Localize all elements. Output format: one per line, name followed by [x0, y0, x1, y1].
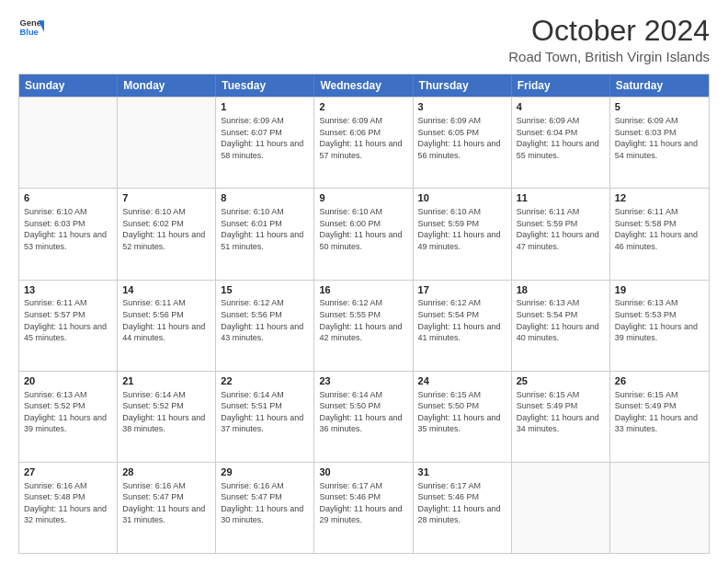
- day-cell-23: 23Sunrise: 6:14 AM Sunset: 5:50 PM Dayli…: [314, 372, 413, 462]
- day-number: 19: [615, 283, 704, 297]
- day-number: 6: [24, 191, 112, 205]
- day-cell-9: 9Sunrise: 6:10 AM Sunset: 6:00 PM Daylig…: [314, 189, 413, 279]
- header-day-thursday: Thursday: [414, 75, 512, 97]
- cell-info: Sunrise: 6:11 AM Sunset: 5:58 PM Dayligh…: [615, 206, 704, 252]
- day-number: 7: [122, 191, 210, 205]
- day-cell-7: 7Sunrise: 6:10 AM Sunset: 6:02 PM Daylig…: [118, 189, 216, 279]
- day-number: 1: [221, 100, 309, 114]
- cell-info: Sunrise: 6:09 AM Sunset: 6:07 PM Dayligh…: [221, 115, 309, 161]
- day-number: 20: [24, 374, 112, 388]
- day-number: 22: [221, 374, 309, 388]
- day-number: 25: [517, 374, 605, 388]
- day-cell-26: 26Sunrise: 6:15 AM Sunset: 5:49 PM Dayli…: [610, 372, 709, 462]
- day-cell-27: 27Sunrise: 6:16 AM Sunset: 5:48 PM Dayli…: [19, 463, 118, 553]
- day-cell-24: 24Sunrise: 6:15 AM Sunset: 5:50 PM Dayli…: [414, 372, 512, 462]
- cell-info: Sunrise: 6:14 AM Sunset: 5:52 PM Dayligh…: [122, 389, 210, 435]
- day-number: 3: [418, 100, 506, 114]
- cell-info: Sunrise: 6:10 AM Sunset: 5:59 PM Dayligh…: [418, 206, 506, 252]
- day-number: 10: [418, 191, 506, 205]
- day-number: 28: [122, 465, 210, 479]
- calendar-body: 1Sunrise: 6:09 AM Sunset: 6:07 PM Daylig…: [19, 97, 709, 553]
- header-day-monday: Monday: [118, 75, 216, 97]
- day-cell-30: 30Sunrise: 6:17 AM Sunset: 5:46 PM Dayli…: [314, 463, 413, 553]
- day-number: 23: [319, 374, 407, 388]
- day-cell-6: 6Sunrise: 6:10 AM Sunset: 6:03 PM Daylig…: [19, 189, 118, 279]
- day-number: 29: [221, 465, 309, 479]
- cell-info: Sunrise: 6:10 AM Sunset: 6:00 PM Dayligh…: [319, 206, 407, 252]
- day-number: 2: [319, 100, 407, 114]
- day-number: 9: [319, 191, 407, 205]
- cell-info: Sunrise: 6:13 AM Sunset: 5:52 PM Dayligh…: [24, 389, 112, 435]
- logo: General Blue: [18, 15, 44, 40]
- day-number: 4: [517, 100, 605, 114]
- day-cell-14: 14Sunrise: 6:11 AM Sunset: 5:56 PM Dayli…: [118, 281, 216, 371]
- svg-text:Blue: Blue: [20, 28, 39, 37]
- day-number: 27: [24, 465, 112, 479]
- day-number: 21: [122, 374, 210, 388]
- day-number: 26: [615, 374, 704, 388]
- day-cell-31: 31Sunrise: 6:17 AM Sunset: 5:46 PM Dayli…: [414, 463, 512, 553]
- cell-info: Sunrise: 6:15 AM Sunset: 5:49 PM Dayligh…: [615, 389, 704, 435]
- day-number: 5: [615, 100, 704, 114]
- day-cell-8: 8Sunrise: 6:10 AM Sunset: 6:01 PM Daylig…: [216, 189, 314, 279]
- cell-info: Sunrise: 6:16 AM Sunset: 5:48 PM Dayligh…: [24, 480, 112, 526]
- cell-info: Sunrise: 6:15 AM Sunset: 5:49 PM Dayligh…: [517, 389, 605, 435]
- calendar-row-3: 13Sunrise: 6:11 AM Sunset: 5:57 PM Dayli…: [19, 280, 709, 371]
- cell-info: Sunrise: 6:15 AM Sunset: 5:50 PM Dayligh…: [418, 389, 506, 435]
- day-cell-16: 16Sunrise: 6:12 AM Sunset: 5:55 PM Dayli…: [314, 281, 413, 371]
- day-cell-21: 21Sunrise: 6:14 AM Sunset: 5:52 PM Dayli…: [118, 372, 216, 462]
- cell-info: Sunrise: 6:11 AM Sunset: 5:57 PM Dayligh…: [24, 297, 112, 343]
- day-cell-25: 25Sunrise: 6:15 AM Sunset: 5:49 PM Dayli…: [512, 372, 610, 462]
- day-cell-1: 1Sunrise: 6:09 AM Sunset: 6:07 PM Daylig…: [216, 98, 314, 188]
- cell-info: Sunrise: 6:09 AM Sunset: 6:05 PM Dayligh…: [418, 115, 506, 161]
- subtitle: Road Town, British Virgin Islands: [508, 49, 710, 64]
- day-number: 16: [319, 283, 407, 297]
- header-day-wednesday: Wednesday: [314, 75, 413, 97]
- day-cell-29: 29Sunrise: 6:16 AM Sunset: 5:47 PM Dayli…: [216, 463, 314, 553]
- day-cell-15: 15Sunrise: 6:12 AM Sunset: 5:56 PM Dayli…: [216, 281, 314, 371]
- empty-cell: [118, 98, 216, 188]
- day-number: 11: [517, 191, 605, 205]
- cell-info: Sunrise: 6:11 AM Sunset: 5:59 PM Dayligh…: [517, 206, 605, 252]
- cell-info: Sunrise: 6:14 AM Sunset: 5:50 PM Dayligh…: [319, 389, 407, 435]
- header-day-tuesday: Tuesday: [216, 75, 314, 97]
- day-number: 18: [517, 283, 605, 297]
- day-number: 8: [221, 191, 309, 205]
- empty-cell: [19, 98, 118, 188]
- empty-cell: [512, 463, 610, 553]
- day-cell-2: 2Sunrise: 6:09 AM Sunset: 6:06 PM Daylig…: [314, 98, 413, 188]
- day-number: 17: [418, 283, 506, 297]
- cell-info: Sunrise: 6:12 AM Sunset: 5:54 PM Dayligh…: [418, 297, 506, 343]
- day-cell-4: 4Sunrise: 6:09 AM Sunset: 6:04 PM Daylig…: [512, 98, 610, 188]
- header-day-saturday: Saturday: [610, 75, 709, 97]
- day-cell-28: 28Sunrise: 6:16 AM Sunset: 5:47 PM Dayli…: [118, 463, 216, 553]
- day-cell-20: 20Sunrise: 6:13 AM Sunset: 5:52 PM Dayli…: [19, 372, 118, 462]
- day-number: 24: [418, 374, 506, 388]
- cell-info: Sunrise: 6:09 AM Sunset: 6:03 PM Dayligh…: [615, 115, 704, 161]
- day-cell-5: 5Sunrise: 6:09 AM Sunset: 6:03 PM Daylig…: [610, 98, 709, 188]
- day-number: 13: [24, 283, 112, 297]
- header-day-friday: Friday: [512, 75, 610, 97]
- calendar-row-5: 27Sunrise: 6:16 AM Sunset: 5:48 PM Dayli…: [19, 462, 709, 553]
- day-number: 31: [418, 465, 506, 479]
- cell-info: Sunrise: 6:17 AM Sunset: 5:46 PM Dayligh…: [319, 480, 407, 526]
- calendar-row-4: 20Sunrise: 6:13 AM Sunset: 5:52 PM Dayli…: [19, 371, 709, 462]
- calendar-row-1: 1Sunrise: 6:09 AM Sunset: 6:07 PM Daylig…: [19, 97, 709, 188]
- cell-info: Sunrise: 6:13 AM Sunset: 5:54 PM Dayligh…: [517, 297, 605, 343]
- cell-info: Sunrise: 6:09 AM Sunset: 6:06 PM Dayligh…: [319, 115, 407, 161]
- month-title: October 2024: [508, 15, 710, 47]
- calendar: SundayMondayTuesdayWednesdayThursdayFrid…: [18, 74, 710, 554]
- title-block: October 2024 Road Town, British Virgin I…: [508, 15, 710, 64]
- day-cell-12: 12Sunrise: 6:11 AM Sunset: 5:58 PM Dayli…: [610, 189, 709, 279]
- cell-info: Sunrise: 6:16 AM Sunset: 5:47 PM Dayligh…: [122, 480, 210, 526]
- day-cell-11: 11Sunrise: 6:11 AM Sunset: 5:59 PM Dayli…: [512, 189, 610, 279]
- cell-info: Sunrise: 6:09 AM Sunset: 6:04 PM Dayligh…: [517, 115, 605, 161]
- cell-info: Sunrise: 6:10 AM Sunset: 6:01 PM Dayligh…: [221, 206, 309, 252]
- day-number: 14: [122, 283, 210, 297]
- day-number: 30: [319, 465, 407, 479]
- calendar-header: SundayMondayTuesdayWednesdayThursdayFrid…: [19, 75, 709, 97]
- cell-info: Sunrise: 6:10 AM Sunset: 6:02 PM Dayligh…: [122, 206, 210, 252]
- cell-info: Sunrise: 6:11 AM Sunset: 5:56 PM Dayligh…: [122, 297, 210, 343]
- day-cell-13: 13Sunrise: 6:11 AM Sunset: 5:57 PM Dayli…: [19, 281, 118, 371]
- header-day-sunday: Sunday: [19, 75, 118, 97]
